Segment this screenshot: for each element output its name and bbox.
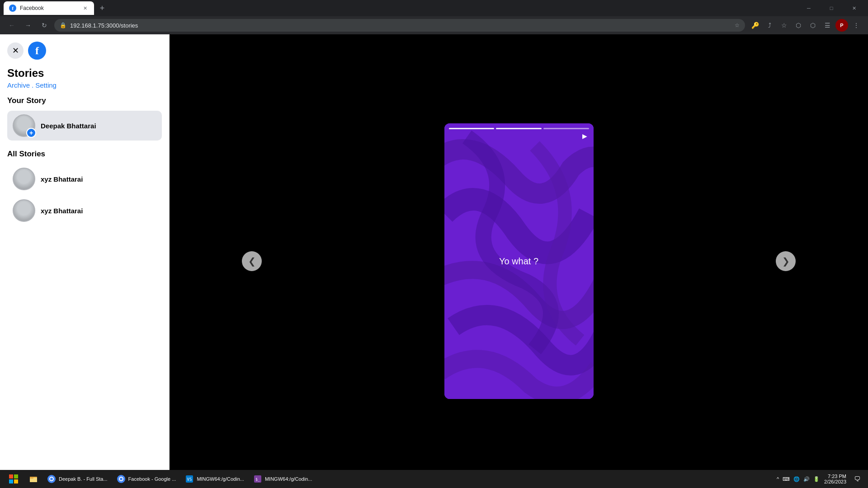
your-story-item[interactable]: + Deepak Bhattarai <box>7 111 162 141</box>
tray-chevron[interactable]: ^ <box>776 475 780 483</box>
star-icon[interactable]: ☆ <box>735 22 740 28</box>
taskbar-mingw2-label: MINGW64:/g/Codin... <box>265 476 312 482</box>
back-button[interactable]: ← <box>5 19 18 32</box>
taskbar-mingw2[interactable]: $_ MINGW64:/g/Codin... <box>250 472 316 486</box>
your-story-avatar-wrap: + <box>13 114 35 137</box>
sidebar-header: ✕ f <box>7 42 162 60</box>
bookmark-icon[interactable]: ☆ <box>778 19 790 32</box>
archive-link[interactable]: Archive <box>7 81 30 89</box>
your-story-label: Your Story <box>7 96 162 105</box>
story-card: ▶ Yo what ? <box>444 123 594 399</box>
keyboard-icon[interactable]: ⌨ <box>782 475 791 483</box>
taskbar-facebook-app[interactable]: Facebook - Google ... <box>113 472 180 486</box>
browser-frame: f Facebook ✕ + ─ □ ✕ ← → ↻ 🔒 192.168.1.7… <box>0 0 868 488</box>
close-sidebar-button[interactable]: ✕ <box>7 42 24 59</box>
svg-text:VS: VS <box>187 477 192 482</box>
toolbar-actions: 🔑 ⤴ ☆ ⬡ ⬡ ☰ P ⋮ <box>749 19 863 32</box>
taskbar-tray: ^ ⌨ 🌐 🔊 🔋 <box>776 475 821 483</box>
sidebar-title: Stories <box>7 67 162 80</box>
story-progress-bar <box>449 128 589 129</box>
browser-toolbar: ← → ↻ 🔒 192.168.1.75:3000/stories ☆ 🔑 ⤴ … <box>0 16 868 34</box>
progress-segment-2 <box>496 128 542 129</box>
story-list-item[interactable]: xyz Bhattarai <box>7 164 162 194</box>
svg-rect-6 <box>14 479 18 483</box>
notification-button[interactable]: 🗨 <box>850 472 864 486</box>
link-dot: . <box>32 81 33 89</box>
story-list-item-2[interactable]: xyz Bhattarai <box>7 196 162 225</box>
svg-rect-4 <box>14 474 18 479</box>
svg-point-12 <box>50 478 53 480</box>
setting-link[interactable]: Setting <box>35 81 57 89</box>
taskbar: Deepak B. - Full Sta... Facebook - Googl… <box>0 470 868 488</box>
address-bar[interactable]: 🔒 192.168.1.75:3000/stories ☆ <box>54 19 745 32</box>
taskbar-facebook-label: Facebook - Google ... <box>128 476 176 482</box>
reload-button[interactable]: ↻ <box>38 19 51 32</box>
file-explorer-icon <box>29 474 38 483</box>
all-stories-section: All Stories xyz Bhattarai xyz Bhattarai <box>7 150 162 227</box>
chrome-icon-1 <box>47 474 56 483</box>
story-username-2: xyz Bhattarai <box>41 207 156 215</box>
taskbar-right: ^ ⌨ 🌐 🔊 🔋 7:23 PM 2/26/2023 🗨 <box>776 472 864 486</box>
svg-text:$_: $_ <box>255 478 260 482</box>
tab-close-button[interactable]: ✕ <box>81 5 89 12</box>
network-icon[interactable]: 🌐 <box>793 475 801 483</box>
next-story-button[interactable]: ❯ <box>776 251 796 271</box>
lock-icon: 🔒 <box>60 22 66 28</box>
profile-button[interactable]: P <box>835 19 848 32</box>
window-controls: ─ □ ✕ <box>798 1 864 15</box>
story-play-button[interactable]: ▶ <box>582 132 587 140</box>
mingw-icon: $_ <box>253 474 262 483</box>
all-stories-label: All Stories <box>7 150 162 159</box>
story-avatar-1 <box>13 168 35 190</box>
svg-rect-9 <box>30 477 33 479</box>
add-story-button[interactable]: + <box>26 128 36 138</box>
browser-titlebar: f Facebook ✕ + ─ □ ✕ <box>0 0 868 16</box>
story-text: Yo what ? <box>499 256 538 267</box>
sidebar: ✕ f Stories Archive . Setting Your Story… <box>0 34 170 488</box>
extension-icon[interactable]: ⬡ <box>792 19 805 32</box>
key-icon[interactable]: 🔑 <box>749 19 761 32</box>
page-content: ✕ f Stories Archive . Setting Your Story… <box>0 34 868 488</box>
story-username-1: xyz Bhattarai <box>41 175 156 183</box>
svg-text:f: f <box>12 5 14 11</box>
menu-icon[interactable]: ⋮ <box>850 19 863 32</box>
minimize-button[interactable]: ─ <box>798 1 819 15</box>
extension2-icon[interactable]: ⬡ <box>807 19 819 32</box>
taskbar-time[interactable]: 7:23 PM 2/26/2023 <box>824 474 846 484</box>
speaker-icon[interactable]: 🔊 <box>802 475 811 483</box>
progress-segment-1 <box>449 128 495 129</box>
notification-icon: 🗨 <box>854 475 860 483</box>
sidebar-links: Archive . Setting <box>7 81 162 89</box>
svg-rect-3 <box>9 474 13 479</box>
close-button[interactable]: ✕ <box>844 1 864 15</box>
forward-button[interactable]: → <box>22 19 34 32</box>
avatar-inner-2 <box>14 200 34 221</box>
taskbar-mingw1[interactable]: VS MINGW64:/g/Codin... <box>181 472 248 486</box>
svg-point-15 <box>120 478 123 480</box>
windows-icon <box>9 474 18 483</box>
taskbar-file-explorer[interactable] <box>25 472 42 486</box>
your-story-username: Deepak Bhattarai <box>41 122 156 130</box>
start-button[interactable] <box>4 472 24 486</box>
taskbar-mingw1-label: MINGW64:/g/Codin... <box>197 476 244 482</box>
battery-icon[interactable]: 🔋 <box>812 475 821 483</box>
vscode-icon: VS <box>185 474 194 483</box>
taskbar-deepak-app[interactable]: Deepak B. - Full Sta... <box>43 472 111 486</box>
svg-rect-5 <box>9 479 13 483</box>
facebook-logo: f <box>28 42 46 60</box>
address-text: 192.168.1.75:3000/stories <box>70 22 731 29</box>
story-viewer: ❮ ▶ <box>170 34 868 488</box>
tab-title: Facebook <box>20 5 78 11</box>
browser-tab[interactable]: f Facebook ✕ <box>4 1 94 15</box>
story-avatar-2 <box>13 199 35 222</box>
new-tab-button[interactable]: + <box>96 2 108 14</box>
chrome-icon-2 <box>117 474 126 483</box>
taskbar-deepak-label: Deepak B. - Full Sta... <box>59 476 108 482</box>
progress-segment-3 <box>543 128 589 129</box>
avatar-inner-1 <box>14 169 34 189</box>
sidebar-toggle-icon[interactable]: ☰ <box>821 19 834 32</box>
share-icon[interactable]: ⤴ <box>763 19 776 32</box>
maximize-button[interactable]: □ <box>821 1 842 15</box>
tab-favicon: f <box>9 5 16 12</box>
prev-story-button[interactable]: ❮ <box>242 251 262 271</box>
